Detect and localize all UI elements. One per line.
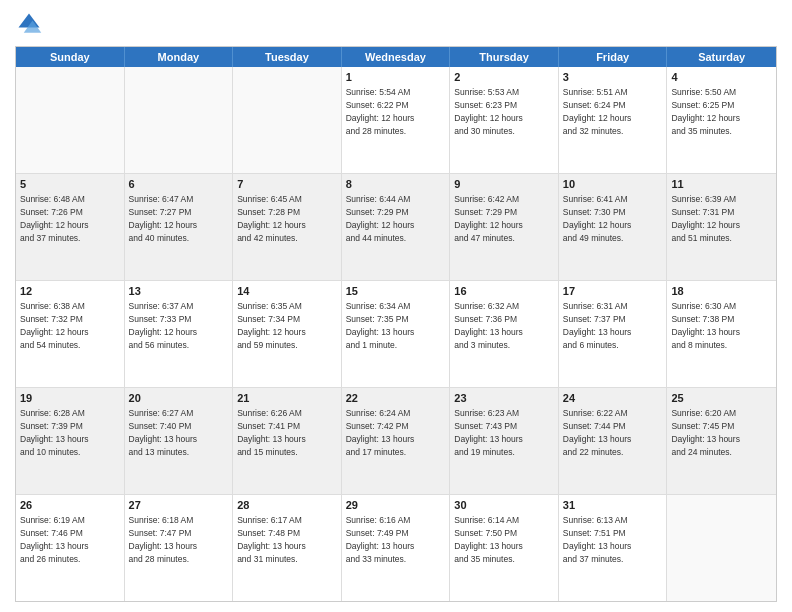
day-cell-30: 30Sunrise: 6:14 AM Sunset: 7:50 PM Dayli… [450, 495, 559, 601]
day-number: 12 [20, 284, 120, 299]
day-cell-21: 21Sunrise: 6:26 AM Sunset: 7:41 PM Dayli… [233, 388, 342, 494]
day-number: 11 [671, 177, 772, 192]
empty-cell [16, 67, 125, 173]
day-number: 20 [129, 391, 229, 406]
day-cell-20: 20Sunrise: 6:27 AM Sunset: 7:40 PM Dayli… [125, 388, 234, 494]
day-cell-1: 1Sunrise: 5:54 AM Sunset: 6:22 PM Daylig… [342, 67, 451, 173]
header-day-monday: Monday [125, 47, 234, 67]
header-day-thursday: Thursday [450, 47, 559, 67]
day-info: Sunrise: 6:42 AM Sunset: 7:29 PM Dayligh… [454, 194, 523, 243]
day-info: Sunrise: 6:48 AM Sunset: 7:26 PM Dayligh… [20, 194, 89, 243]
calendar-row-3: 19Sunrise: 6:28 AM Sunset: 7:39 PM Dayli… [16, 388, 776, 495]
calendar-header: SundayMondayTuesdayWednesdayThursdayFrid… [16, 47, 776, 67]
day-number: 19 [20, 391, 120, 406]
page: SundayMondayTuesdayWednesdayThursdayFrid… [0, 0, 792, 612]
day-cell-28: 28Sunrise: 6:17 AM Sunset: 7:48 PM Dayli… [233, 495, 342, 601]
day-info: Sunrise: 5:50 AM Sunset: 6:25 PM Dayligh… [671, 87, 740, 136]
day-cell-19: 19Sunrise: 6:28 AM Sunset: 7:39 PM Dayli… [16, 388, 125, 494]
day-number: 27 [129, 498, 229, 513]
day-info: Sunrise: 6:13 AM Sunset: 7:51 PM Dayligh… [563, 515, 632, 564]
day-number: 6 [129, 177, 229, 192]
day-number: 1 [346, 70, 446, 85]
header-day-wednesday: Wednesday [342, 47, 451, 67]
day-number: 24 [563, 391, 663, 406]
day-cell-6: 6Sunrise: 6:47 AM Sunset: 7:27 PM Daylig… [125, 174, 234, 280]
day-info: Sunrise: 6:22 AM Sunset: 7:44 PM Dayligh… [563, 408, 632, 457]
day-number: 28 [237, 498, 337, 513]
calendar-row-0: 1Sunrise: 5:54 AM Sunset: 6:22 PM Daylig… [16, 67, 776, 174]
day-info: Sunrise: 6:16 AM Sunset: 7:49 PM Dayligh… [346, 515, 415, 564]
header-day-friday: Friday [559, 47, 668, 67]
day-cell-15: 15Sunrise: 6:34 AM Sunset: 7:35 PM Dayli… [342, 281, 451, 387]
day-info: Sunrise: 6:23 AM Sunset: 7:43 PM Dayligh… [454, 408, 523, 457]
day-cell-11: 11Sunrise: 6:39 AM Sunset: 7:31 PM Dayli… [667, 174, 776, 280]
day-number: 29 [346, 498, 446, 513]
day-cell-9: 9Sunrise: 6:42 AM Sunset: 7:29 PM Daylig… [450, 174, 559, 280]
day-number: 3 [563, 70, 663, 85]
day-info: Sunrise: 6:27 AM Sunset: 7:40 PM Dayligh… [129, 408, 198, 457]
day-number: 31 [563, 498, 663, 513]
day-info: Sunrise: 6:31 AM Sunset: 7:37 PM Dayligh… [563, 301, 632, 350]
day-number: 18 [671, 284, 772, 299]
header-day-saturday: Saturday [667, 47, 776, 67]
day-info: Sunrise: 6:19 AM Sunset: 7:46 PM Dayligh… [20, 515, 89, 564]
day-cell-31: 31Sunrise: 6:13 AM Sunset: 7:51 PM Dayli… [559, 495, 668, 601]
day-cell-22: 22Sunrise: 6:24 AM Sunset: 7:42 PM Dayli… [342, 388, 451, 494]
day-cell-25: 25Sunrise: 6:20 AM Sunset: 7:45 PM Dayli… [667, 388, 776, 494]
day-cell-17: 17Sunrise: 6:31 AM Sunset: 7:37 PM Dayli… [559, 281, 668, 387]
day-info: Sunrise: 5:54 AM Sunset: 6:22 PM Dayligh… [346, 87, 415, 136]
day-cell-8: 8Sunrise: 6:44 AM Sunset: 7:29 PM Daylig… [342, 174, 451, 280]
day-info: Sunrise: 6:32 AM Sunset: 7:36 PM Dayligh… [454, 301, 523, 350]
day-cell-14: 14Sunrise: 6:35 AM Sunset: 7:34 PM Dayli… [233, 281, 342, 387]
day-number: 4 [671, 70, 772, 85]
day-cell-3: 3Sunrise: 5:51 AM Sunset: 6:24 PM Daylig… [559, 67, 668, 173]
day-info: Sunrise: 6:24 AM Sunset: 7:42 PM Dayligh… [346, 408, 415, 457]
logo [15, 10, 45, 38]
empty-cell [233, 67, 342, 173]
day-info: Sunrise: 6:47 AM Sunset: 7:27 PM Dayligh… [129, 194, 198, 243]
day-info: Sunrise: 5:53 AM Sunset: 6:23 PM Dayligh… [454, 87, 523, 136]
day-cell-29: 29Sunrise: 6:16 AM Sunset: 7:49 PM Dayli… [342, 495, 451, 601]
day-info: Sunrise: 6:28 AM Sunset: 7:39 PM Dayligh… [20, 408, 89, 457]
calendar: SundayMondayTuesdayWednesdayThursdayFrid… [15, 46, 777, 602]
day-number: 14 [237, 284, 337, 299]
day-info: Sunrise: 6:39 AM Sunset: 7:31 PM Dayligh… [671, 194, 740, 243]
header-day-sunday: Sunday [16, 47, 125, 67]
day-cell-26: 26Sunrise: 6:19 AM Sunset: 7:46 PM Dayli… [16, 495, 125, 601]
day-number: 21 [237, 391, 337, 406]
day-number: 7 [237, 177, 337, 192]
day-cell-10: 10Sunrise: 6:41 AM Sunset: 7:30 PM Dayli… [559, 174, 668, 280]
day-info: Sunrise: 6:20 AM Sunset: 7:45 PM Dayligh… [671, 408, 740, 457]
day-number: 13 [129, 284, 229, 299]
day-info: Sunrise: 6:35 AM Sunset: 7:34 PM Dayligh… [237, 301, 306, 350]
day-cell-13: 13Sunrise: 6:37 AM Sunset: 7:33 PM Dayli… [125, 281, 234, 387]
day-cell-5: 5Sunrise: 6:48 AM Sunset: 7:26 PM Daylig… [16, 174, 125, 280]
calendar-row-1: 5Sunrise: 6:48 AM Sunset: 7:26 PM Daylig… [16, 174, 776, 281]
day-number: 2 [454, 70, 554, 85]
day-number: 22 [346, 391, 446, 406]
calendar-row-4: 26Sunrise: 6:19 AM Sunset: 7:46 PM Dayli… [16, 495, 776, 601]
day-number: 16 [454, 284, 554, 299]
day-cell-24: 24Sunrise: 6:22 AM Sunset: 7:44 PM Dayli… [559, 388, 668, 494]
day-cell-4: 4Sunrise: 5:50 AM Sunset: 6:25 PM Daylig… [667, 67, 776, 173]
day-cell-12: 12Sunrise: 6:38 AM Sunset: 7:32 PM Dayli… [16, 281, 125, 387]
day-info: Sunrise: 6:44 AM Sunset: 7:29 PM Dayligh… [346, 194, 415, 243]
day-number: 30 [454, 498, 554, 513]
logo-icon [15, 10, 43, 38]
calendar-body: 1Sunrise: 5:54 AM Sunset: 6:22 PM Daylig… [16, 67, 776, 601]
day-info: Sunrise: 6:38 AM Sunset: 7:32 PM Dayligh… [20, 301, 89, 350]
day-info: Sunrise: 6:17 AM Sunset: 7:48 PM Dayligh… [237, 515, 306, 564]
day-info: Sunrise: 6:34 AM Sunset: 7:35 PM Dayligh… [346, 301, 415, 350]
header-day-tuesday: Tuesday [233, 47, 342, 67]
day-info: Sunrise: 6:26 AM Sunset: 7:41 PM Dayligh… [237, 408, 306, 457]
header [15, 10, 777, 38]
day-number: 23 [454, 391, 554, 406]
day-cell-16: 16Sunrise: 6:32 AM Sunset: 7:36 PM Dayli… [450, 281, 559, 387]
day-info: Sunrise: 6:18 AM Sunset: 7:47 PM Dayligh… [129, 515, 198, 564]
day-number: 26 [20, 498, 120, 513]
calendar-row-2: 12Sunrise: 6:38 AM Sunset: 7:32 PM Dayli… [16, 281, 776, 388]
day-number: 17 [563, 284, 663, 299]
day-number: 25 [671, 391, 772, 406]
day-info: Sunrise: 6:41 AM Sunset: 7:30 PM Dayligh… [563, 194, 632, 243]
day-info: Sunrise: 6:45 AM Sunset: 7:28 PM Dayligh… [237, 194, 306, 243]
